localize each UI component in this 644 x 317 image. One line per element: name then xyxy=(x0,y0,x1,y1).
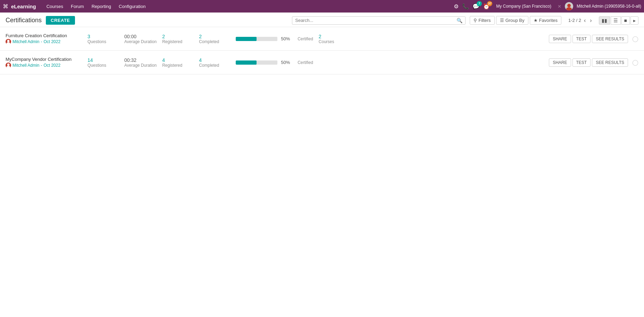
cert-completed-label-2: Completed xyxy=(199,63,230,68)
clock-icon-1[interactable]: ◯ xyxy=(632,35,638,42)
pagination-text: 1-2 / 2 xyxy=(568,18,581,23)
search-icon: 🔍 xyxy=(457,18,462,23)
cert-courses-value-1: 2 xyxy=(319,34,346,39)
test-button-2[interactable]: TEST xyxy=(572,58,591,67)
search-bar: 🔍 xyxy=(292,16,466,25)
share-button-2[interactable]: SHARE xyxy=(549,58,571,67)
cert-registered-value-2: 4 xyxy=(162,57,193,63)
nav-forum[interactable]: Forum xyxy=(67,2,87,10)
progress-pct-1: 50% xyxy=(281,36,294,41)
create-button[interactable]: CREATE xyxy=(46,16,75,25)
nav-menu: Courses Forum Reporting Configuration xyxy=(43,2,453,10)
filter-controls: ⚲ Filters ☰ Group By ★ Favorites xyxy=(470,16,561,25)
phone-icon[interactable]: 📞 xyxy=(462,3,469,10)
cert-questions-value-1: 3 xyxy=(87,34,119,39)
cert-meta-2: Mitchell Admin - Oct 2022 xyxy=(6,63,82,68)
cert-courses-1: 2 Courses xyxy=(319,34,346,44)
search-input[interactable] xyxy=(295,18,457,23)
cert-questions-1: 3 Questions xyxy=(87,34,119,44)
cert-duration-value-1: 00:00 xyxy=(124,34,157,39)
cert-date-2: Oct 2022 xyxy=(43,63,60,68)
chart-view-button[interactable]: ▸ xyxy=(630,16,638,25)
user-avatar[interactable] xyxy=(565,2,573,10)
kanban-view-button[interactable]: ▮▮ xyxy=(599,16,610,25)
favorites-label: Favorites xyxy=(539,18,558,23)
cert-date-sep-2: - xyxy=(41,63,42,68)
nav-reporting[interactable]: Reporting xyxy=(88,2,115,10)
nav-configuration[interactable]: Configuration xyxy=(115,2,149,10)
page-title: Certifications xyxy=(6,17,42,24)
apps-icon[interactable]: ⌘ xyxy=(3,3,8,10)
company-name[interactable]: My Company (San Francisco) xyxy=(496,4,551,9)
cert-registered-value-1: 2 xyxy=(162,34,193,39)
cert-progress-1: 50% Certified xyxy=(236,36,313,41)
certifications-list: Furniture Creation Certification Mitchel… xyxy=(0,27,644,74)
cert-author-2[interactable]: Mitchell Admin xyxy=(12,63,39,68)
cert-date-sep-1: - xyxy=(41,39,42,44)
cert-registered-1: 2 Registered xyxy=(162,34,193,44)
chat-icon[interactable]: 💬 7 xyxy=(472,3,479,10)
top-navigation: ⌘ eLearning Courses Forum Reporting Conf… xyxy=(0,0,644,13)
cert-actions-2: SHARE TEST SEE RESULTS ◯ xyxy=(549,58,638,67)
svg-point-0 xyxy=(567,4,571,7)
groupby-icon: ☰ xyxy=(500,18,504,23)
cert-completed-value-2: 4 xyxy=(199,57,230,63)
cert-author-avatar-2 xyxy=(6,63,11,68)
cert-date-1: Oct 2022 xyxy=(43,39,60,44)
see-results-button-2[interactable]: SEE RESULTS xyxy=(592,58,628,67)
progress-bar-fill-2 xyxy=(236,60,257,65)
cert-courses-label-1: Courses xyxy=(319,39,346,44)
cert-title-1[interactable]: Furniture Creation Certification xyxy=(6,33,82,38)
cert-info-2: MyCompany Vendor Certification Mitchell … xyxy=(6,57,82,68)
cert-duration-label-1: Average Duration xyxy=(124,39,157,44)
test-button-1[interactable]: TEST xyxy=(572,35,591,43)
topnav-right: ⚙ 📞 💬 7 ⏰ 37 My Company (San Francisco) … xyxy=(454,2,641,10)
settings-icon[interactable]: ⚙ xyxy=(454,3,459,10)
cert-completed-label-1: Completed xyxy=(199,39,230,44)
filters-button[interactable]: ⚲ Filters xyxy=(470,16,494,25)
user-name[interactable]: Mitchell Admin (19905958-16-0-all) xyxy=(577,4,641,9)
see-results-button-1[interactable]: SEE RESULTS xyxy=(592,35,628,43)
groupby-label: Group By xyxy=(505,18,525,23)
cert-duration-value-2: 00:32 xyxy=(124,57,157,63)
cert-registered-2: 4 Registered xyxy=(162,57,193,68)
activity-icon[interactable]: ⏰ 37 xyxy=(483,3,490,10)
list-view-button[interactable]: ☰ xyxy=(611,16,621,25)
cert-row-1: Furniture Creation Certification Mitchel… xyxy=(0,27,644,51)
clock-icon-2[interactable]: ◯ xyxy=(632,59,638,66)
cert-registered-label-1: Registered xyxy=(162,39,193,44)
cert-author-1[interactable]: Mitchell Admin xyxy=(12,39,39,44)
cert-actions-1: SHARE TEST SEE RESULTS ◯ xyxy=(549,35,638,43)
cert-title-2[interactable]: MyCompany Vendor Certification xyxy=(6,57,82,62)
cert-duration-1: 00:00 Average Duration xyxy=(124,34,157,44)
chat-badge: 7 xyxy=(477,1,482,6)
svg-point-4 xyxy=(7,64,10,66)
nav-courses[interactable]: Courses xyxy=(43,2,67,10)
cert-questions-label-1: Questions xyxy=(87,39,119,44)
activity-badge: 37 xyxy=(487,1,492,6)
progress-bar-bg-2 xyxy=(236,60,277,65)
cert-info-1: Furniture Creation Certification Mitchel… xyxy=(6,33,82,44)
svg-point-2 xyxy=(7,40,10,42)
next-page-button[interactable]: › xyxy=(588,17,593,24)
view-buttons: ▮▮ ☰ ■ ▸ xyxy=(599,16,638,25)
cert-completed-1: 2 Completed xyxy=(199,34,230,44)
cert-registered-label-2: Registered xyxy=(162,63,193,68)
grid-view-button[interactable]: ■ xyxy=(621,16,630,25)
star-icon: ★ xyxy=(534,18,538,23)
brand-name[interactable]: eLearning xyxy=(11,3,36,9)
favorites-button[interactable]: ★ Favorites xyxy=(530,16,561,25)
cert-completed-2: 4 Completed xyxy=(199,57,230,68)
progress-label-1: Certified xyxy=(298,36,313,41)
filters-label: Filters xyxy=(478,18,491,23)
progress-bar-bg-1 xyxy=(236,37,277,41)
cert-duration-2: 00:32 Average Duration xyxy=(124,57,157,68)
prev-page-button[interactable]: ‹ xyxy=(583,17,587,24)
progress-label-2: Certified xyxy=(298,60,313,65)
cert-meta-1: Mitchell Admin - Oct 2022 xyxy=(6,39,82,44)
cert-progress-2: 50% Certified xyxy=(236,60,313,65)
share-button-1[interactable]: SHARE xyxy=(549,35,571,43)
groupby-button[interactable]: ☰ Group By xyxy=(496,16,528,25)
svg-point-5 xyxy=(7,66,10,68)
cert-questions-label-2: Questions xyxy=(87,63,119,68)
